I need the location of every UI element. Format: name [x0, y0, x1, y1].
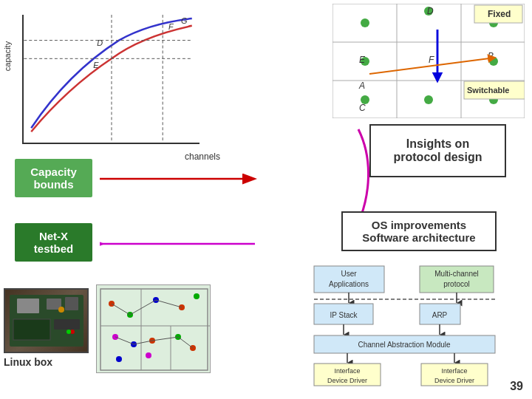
svg-text:ARP: ARP	[432, 311, 448, 319]
floorplan-thumbnail	[96, 284, 211, 373]
svg-text:G: G	[181, 16, 187, 25]
left-arrow-svg	[100, 238, 262, 250]
os-box: OS improvementsSoftware architecture	[341, 211, 497, 251]
svg-point-55	[361, 18, 369, 27]
svg-text:E: E	[93, 61, 99, 69]
hardware-photo	[4, 288, 89, 353]
arch-diagram: User Applications Multi-channel protocol	[310, 262, 525, 392]
svg-text:D: D	[427, 6, 434, 16]
insights-label: Insights onprotocol design	[394, 137, 482, 164]
capacity-graph: capacity E F G D 1 log n n	[22, 15, 200, 144]
svg-text:Channel Abstraction Module: Channel Abstraction Module	[358, 341, 451, 349]
page-number: 39	[510, 380, 523, 393]
svg-rect-15	[17, 299, 39, 313]
netx-testbed-box: Net-Xtestbed	[15, 223, 92, 262]
svg-text:IP Stack: IP Stack	[330, 311, 358, 319]
dot-grid-svg: D F B E A C	[332, 4, 525, 118]
svg-rect-19	[54, 319, 80, 330]
arrow-right-section	[100, 173, 262, 187]
svg-point-32	[194, 293, 200, 299]
right-arrow-svg	[100, 173, 262, 185]
svg-text:User: User	[341, 270, 357, 278]
netx-label: Net-Xtestbed	[34, 230, 73, 255]
dot-grid-section: D F B E A C	[332, 4, 525, 118]
svg-point-22	[66, 330, 71, 334]
svg-text:Applications: Applications	[329, 280, 369, 288]
svg-text:Fixed: Fixed	[488, 9, 511, 19]
svg-text:Interface: Interface	[441, 367, 467, 375]
svg-rect-17	[65, 297, 78, 310]
svg-rect-18	[13, 319, 50, 340]
svg-point-61	[424, 95, 433, 104]
svg-text:Device Driver: Device Driver	[327, 377, 367, 384]
capacity-bounds-label: Capacitybounds	[30, 166, 77, 191]
svg-text:F: F	[429, 55, 434, 65]
svg-text:Multi-channel: Multi-channel	[434, 270, 478, 278]
svg-text:D: D	[97, 39, 103, 48]
svg-text:C: C	[359, 103, 366, 113]
svg-point-38	[116, 356, 122, 362]
svg-text:protocol: protocol	[443, 280, 470, 288]
linux-box-section: Linux box	[4, 288, 89, 368]
svg-point-20	[58, 307, 64, 313]
graph-svg: E F G D 1 log n n (log n / log log n)²	[24, 15, 200, 143]
insights-box: Insights onprotocol design	[369, 124, 506, 177]
svg-point-39	[146, 352, 151, 358]
pcb-svg	[6, 291, 87, 350]
floorplan-svg	[97, 285, 211, 373]
slide: capacity E F G D 1 log n n	[0, 0, 532, 399]
graph-section: capacity E F G D 1 log n n	[7, 7, 200, 144]
y-axis-label: capacity	[3, 41, 12, 71]
svg-text:A: A	[358, 81, 365, 91]
linux-box-label: Linux box	[4, 356, 89, 368]
svg-text:B: B	[488, 51, 494, 61]
svg-text:Device Driver: Device Driver	[434, 377, 474, 384]
os-label: OS improvementsSoftware architecture	[362, 219, 475, 244]
svg-text:Interface: Interface	[334, 367, 360, 375]
capacity-bounds-box: Capacitybounds	[15, 159, 92, 197]
svg-text:E: E	[359, 55, 366, 65]
arrow-left-section	[100, 238, 262, 252]
arch-svg: User Applications Multi-channel protocol	[310, 262, 525, 392]
channels-label: channels	[185, 151, 220, 162]
svg-text:Switchable: Switchable	[467, 86, 509, 95]
